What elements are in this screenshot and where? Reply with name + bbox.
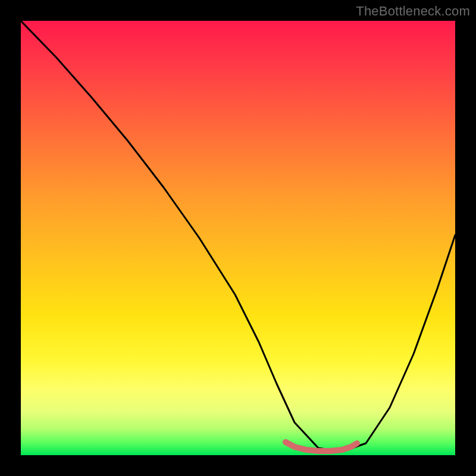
curve-layer xyxy=(21,21,455,455)
watermark-text: TheBottleneck.com xyxy=(356,4,470,19)
bottleneck-curve-path xyxy=(21,21,455,452)
bottleneck-min-band-path xyxy=(286,442,357,451)
plot-area xyxy=(21,21,455,455)
chart-frame: TheBottleneck.com xyxy=(0,0,476,476)
